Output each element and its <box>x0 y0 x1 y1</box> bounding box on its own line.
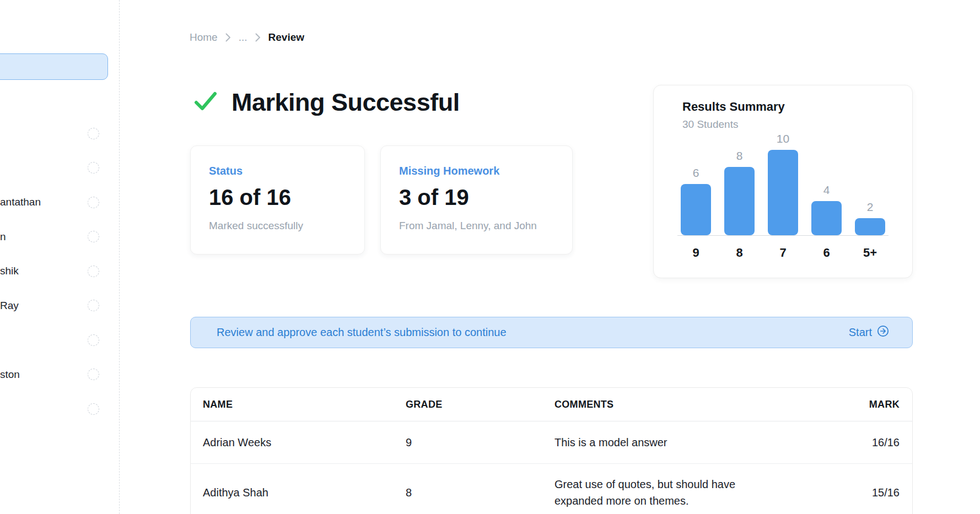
sidebar: antathannshikRayston <box>0 0 120 514</box>
page-header: Marking Successful <box>194 88 460 117</box>
chart-bar <box>855 218 885 235</box>
results-table-body: Adrian Weeks9This is a model answer16/16… <box>191 421 912 514</box>
table-row[interactable]: Adithya Shah8Great use of quotes, but sh… <box>191 464 912 514</box>
cell-name: Adrian Weeks <box>203 436 406 449</box>
breadcrumb-ellipsis[interactable]: ... <box>239 31 247 44</box>
sidebar-item-student[interactable] <box>0 116 119 151</box>
sidebar-item-student[interactable]: n <box>0 220 119 255</box>
pending-status-circle-icon <box>88 334 99 346</box>
chart-category-label: 8 <box>724 246 755 260</box>
pending-status-circle-icon <box>88 369 99 380</box>
chart-bar-group: 2 <box>855 201 885 235</box>
table-header-row: NAME GRADE COMMENTS MARK <box>191 388 912 421</box>
breadcrumb: Home ... Review <box>190 31 304 44</box>
bar-value-label: 6 <box>693 166 699 180</box>
sidebar-item-student[interactable] <box>0 151 119 186</box>
cell-mark: 16/16 <box>835 436 900 449</box>
sidebar-item-student[interactable]: ston <box>0 358 119 392</box>
sidebar-student-list: antathannshikRayston <box>0 116 119 426</box>
chart-category-labels: 98765+ <box>681 246 885 260</box>
banner-message: Review and approve each student’s submis… <box>217 326 507 339</box>
results-summary-card: Results Summary 30 Students 681042 98765… <box>653 85 913 278</box>
bar-value-label: 2 <box>867 201 874 214</box>
student-name: ston <box>0 369 20 381</box>
chart-bar <box>681 184 711 235</box>
pending-status-circle-icon <box>88 128 99 139</box>
results-table: NAME GRADE COMMENTS MARK Adrian Weeks9Th… <box>190 387 913 514</box>
missing-card-value: 3 of 19 <box>399 185 554 210</box>
cell-comments: Great use of quotes, but should have exp… <box>554 465 753 514</box>
chart-category-label: 9 <box>681 246 711 260</box>
table-header-comments: COMMENTS <box>554 399 835 410</box>
chart-subtitle: 30 Students <box>682 118 738 131</box>
pending-status-circle-icon <box>88 231 99 242</box>
cell-grade: 8 <box>406 486 554 499</box>
breadcrumb-home[interactable]: Home <box>190 31 218 44</box>
status-card-value: 16 of 16 <box>209 185 346 210</box>
bar-value-label: 8 <box>736 149 743 163</box>
sidebar-item-student[interactable]: antathan <box>0 185 119 220</box>
chart-category-label: 6 <box>811 246 842 260</box>
table-row[interactable]: Adrian Weeks9This is a model answer16/16 <box>191 421 912 464</box>
cell-mark: 15/16 <box>835 486 900 499</box>
student-name: Ray <box>0 300 19 312</box>
chart-bar-group: 8 <box>724 149 755 235</box>
status-card-caption: Marked successfully <box>209 220 346 232</box>
status-card: Status 16 of 16 Marked successfully <box>190 145 365 255</box>
page-title: Marking Successful <box>231 88 460 117</box>
sidebar-primary-button[interactable] <box>0 53 108 80</box>
cell-name: Adithya Shah <box>203 486 406 499</box>
table-header-grade: GRADE <box>406 399 554 410</box>
sidebar-item-student[interactable] <box>0 392 119 426</box>
chart-bar <box>724 167 755 235</box>
missing-card-caption: From Jamal, Lenny, and John <box>399 220 554 232</box>
pending-status-circle-icon <box>88 197 99 208</box>
table-header-mark: MARK <box>835 399 900 410</box>
chart-title: Results Summary <box>682 100 785 114</box>
chart-bar <box>811 201 842 235</box>
start-button-label: Start <box>849 326 872 339</box>
breadcrumb-current: Review <box>268 31 304 44</box>
bar-chart: 681042 98765+ <box>681 143 885 264</box>
student-name: shik <box>0 265 19 277</box>
chart-category-label: 5+ <box>855 246 885 260</box>
pending-status-circle-icon <box>88 162 99 174</box>
cell-grade: 9 <box>406 436 554 449</box>
chart-bar-group: 6 <box>681 166 711 235</box>
sidebar-item-student[interactable] <box>0 323 119 358</box>
pending-status-circle-icon <box>88 300 99 311</box>
chart-bar-group: 10 <box>768 132 798 235</box>
success-check-icon <box>194 90 217 115</box>
bar-value-label: 4 <box>823 183 830 197</box>
student-name: antathan <box>0 196 41 208</box>
sidebar-item-student[interactable]: Ray <box>0 289 119 323</box>
missing-homework-card: Missing Homework 3 of 19 From Jamal, Len… <box>380 145 573 255</box>
pending-status-circle-icon <box>88 403 99 415</box>
chevron-right-icon <box>255 33 261 42</box>
pending-status-circle-icon <box>88 266 99 277</box>
sidebar-item-student[interactable]: shik <box>0 254 119 289</box>
chevron-right-icon <box>225 33 231 42</box>
chart-bar <box>768 150 798 235</box>
chart-bar-group: 4 <box>811 183 842 235</box>
start-button[interactable]: Start <box>849 325 889 340</box>
student-name: n <box>0 231 6 243</box>
chart-bars: 681042 <box>681 143 885 235</box>
status-card-label: Status <box>209 165 346 177</box>
table-header-name: NAME <box>203 399 406 410</box>
missing-card-label: Missing Homework <box>399 165 554 177</box>
cell-comments: This is a model answer <box>554 423 753 462</box>
bar-value-label: 10 <box>777 132 789 145</box>
review-banner: Review and approve each student’s submis… <box>190 317 913 348</box>
chart-x-axis-line <box>677 235 889 236</box>
arrow-right-circle-icon <box>877 325 889 340</box>
chart-category-label: 7 <box>768 246 798 260</box>
